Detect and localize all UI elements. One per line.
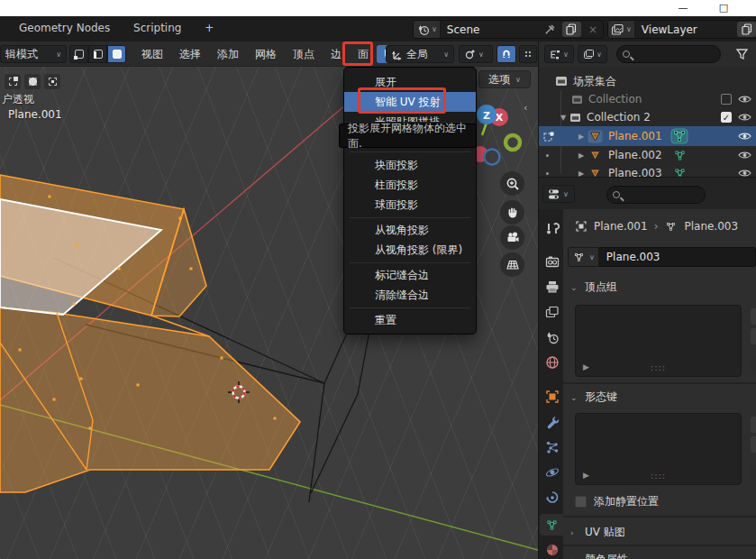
navigation-gizmo[interactable]: X Z (472, 105, 520, 165)
outliner-row-collection2[interactable]: ▼ Collection 2 ✓ (539, 108, 756, 126)
eye-icon[interactable] (738, 113, 751, 122)
menu-vertex[interactable]: 顶点 (285, 45, 323, 63)
properties-search-input[interactable] (606, 186, 706, 204)
outliner-row-plane001[interactable]: ▶ Plane.001 (539, 126, 756, 146)
eye-icon[interactable] (738, 151, 751, 160)
eye-icon[interactable] (738, 95, 751, 104)
list-expand-icon[interactable]: ▶ (583, 471, 589, 480)
menu-item-mark-seam[interactable]: 标记缝合边 (344, 265, 476, 285)
row-label[interactable]: Collection (588, 93, 642, 105)
row-label[interactable]: Collection 2 (587, 111, 651, 124)
tab-view-layer[interactable] (540, 301, 564, 323)
row-label[interactable]: Plane.002 (608, 149, 662, 161)
menu-item-sphere-projection[interactable]: 球面投影 (344, 195, 476, 215)
add-shape-key-button[interactable] (751, 417, 756, 433)
disclosure-closed-icon[interactable]: ▶ (577, 133, 586, 141)
maximize-button[interactable]: □ (712, 1, 735, 15)
datablock-type-dropdown[interactable]: ∨ (568, 247, 599, 267)
collection-include-checkbox[interactable]: ✓ (721, 112, 732, 123)
mesh-data-icon[interactable] (672, 149, 688, 162)
tab-render[interactable] (540, 251, 564, 272)
outliner-row-plane002[interactable]: ▶ Plane.002 (539, 146, 756, 164)
select-subtract-button[interactable] (44, 74, 60, 89)
transform-orientation-dropdown[interactable]: 全局 ∨ (386, 45, 454, 63)
shape-key-specials-button[interactable] (751, 467, 756, 480)
vertex-select-button[interactable] (69, 45, 88, 63)
viewlayer-selector[interactable]: ∨ ViewLayer (607, 20, 756, 39)
outliner-row-collection[interactable]: Collection (539, 90, 756, 108)
scene-name[interactable]: Scene (441, 23, 544, 36)
menu-add[interactable]: 添加 (209, 45, 247, 63)
menu-view[interactable]: 视图 (133, 45, 171, 63)
datablock-name-field[interactable]: Plane.003 (599, 247, 756, 267)
pin-icon[interactable] (544, 23, 556, 35)
breadcrumb-object[interactable]: Plane.001 (594, 220, 648, 233)
menu-item-clear-seam[interactable]: 清除缝合边 (344, 285, 476, 305)
options-dropdown[interactable]: 选项 ∨ (478, 70, 531, 88)
menu-item-cube-projection[interactable]: 块面投影 (344, 155, 476, 175)
viewlayer-name[interactable]: ViewLayer (635, 23, 735, 36)
tab-modifiers[interactable] (540, 411, 564, 433)
new-scene-button[interactable] (562, 22, 581, 37)
menu-item-project-from-view-bounds[interactable]: 从视角投影 (限界) (344, 240, 476, 260)
remove-shape-key-button[interactable] (751, 436, 756, 453)
zoom-button[interactable] (500, 171, 524, 196)
properties-editor-dropdown[interactable]: ∨ (542, 185, 575, 203)
new-viewlayer-button[interactable] (737, 22, 756, 37)
shape-keys-list[interactable]: ▶ :::: (575, 413, 742, 485)
viewlayer-icon[interactable]: ∨ (608, 21, 635, 38)
scene-icon[interactable]: ∨ (414, 21, 441, 38)
disclosure-open-icon[interactable]: ▼ (559, 114, 568, 122)
unlink-scene-button[interactable]: × (583, 23, 603, 36)
outliner-display-mode-dropdown[interactable]: ∨ (544, 45, 574, 63)
tab-physics[interactable] (540, 462, 564, 483)
tab-constraints[interactable] (540, 487, 564, 509)
outliner-filter-button[interactable] (735, 48, 749, 60)
outliner-row-scene-collection[interactable]: 场景集合 (539, 72, 756, 90)
proportional-editing-button[interactable] (519, 45, 537, 63)
resize-grip[interactable]: :::: (651, 471, 666, 481)
add-workspace-button[interactable]: + (195, 16, 223, 34)
outliner-search-input[interactable] (616, 45, 721, 63)
menu-select[interactable]: 选择 (171, 45, 209, 63)
3d-viewport[interactable]: X Z 户透视 Plane.001 选项 ∨ ‹ (0, 67, 538, 559)
rest-position-checkbox[interactable] (575, 496, 587, 508)
scene-selector[interactable]: ∨ Scene × (413, 20, 604, 39)
breadcrumb-data[interactable]: Plane.003 (684, 220, 738, 233)
eye-icon[interactable] (738, 132, 751, 141)
select-extend-button[interactable] (24, 74, 41, 89)
gizmo-negz-ball[interactable] (485, 150, 500, 165)
menu-item-cylinder-projection[interactable]: 柱面投影 (344, 175, 476, 195)
list-expand-icon[interactable]: ▶ (583, 362, 589, 371)
workspace-tab-scripting[interactable]: Scripting (123, 16, 191, 34)
mesh-data-icon[interactable] (670, 128, 688, 144)
tab-tool[interactable] (540, 218, 564, 240)
vertex-groups-list[interactable]: ▶ :::: (575, 305, 742, 377)
row-label[interactable]: 场景集合 (573, 74, 616, 89)
tab-scene[interactable] (540, 326, 564, 348)
row-label[interactable]: Plane.001 (608, 130, 662, 142)
workspace-tab-geometry-nodes[interactable]: Geometry Nodes (9, 16, 120, 34)
tab-world[interactable] (540, 352, 564, 373)
menu-item-project-from-view[interactable]: 从视角投影 (344, 220, 476, 240)
toggle-grid-button[interactable] (500, 252, 524, 277)
tab-object-data[interactable] (540, 514, 564, 536)
disclosure-closed-icon[interactable]: ▶ (577, 151, 586, 160)
panel-shape-keys-header[interactable]: ⌄ 形态键 (570, 389, 617, 405)
tab-particles[interactable] (540, 436, 564, 458)
mode-dropdown[interactable]: 辑模式 ∨ (0, 45, 67, 63)
camera-view-button[interactable] (500, 225, 524, 250)
add-vertex-group-button[interactable] (751, 308, 756, 325)
panel-uv-maps-header[interactable]: › UV 贴图 (570, 525, 625, 540)
panel-color-attributes-header[interactable]: › 颜色属性 (570, 552, 628, 559)
vertex-group-specials-button[interactable] (751, 359, 756, 371)
menu-mesh[interactable]: 网格 (247, 45, 285, 63)
menu-item-reset[interactable]: 重置 (344, 310, 476, 330)
resize-grip[interactable]: :::: (651, 362, 666, 372)
tab-object[interactable] (540, 386, 564, 408)
snap-target-dropdown[interactable]: ∨ (459, 45, 493, 63)
minimize-button[interactable]: — (671, 1, 695, 15)
tab-material[interactable] (540, 539, 564, 559)
edge-select-button[interactable] (88, 45, 107, 63)
gizmo-y-ball[interactable] (506, 135, 520, 150)
